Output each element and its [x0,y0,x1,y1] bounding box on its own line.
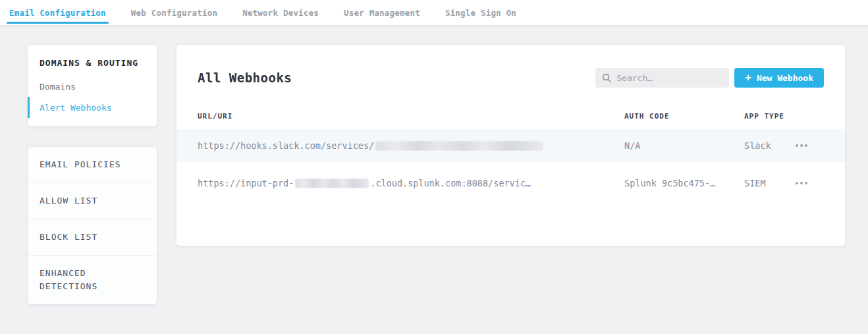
column-header-auth-code: AUTH CODE [624,112,744,121]
app-type-cell: Slack [744,140,794,151]
redacted-url-segment [375,141,543,151]
sidebar-item-allow-list[interactable]: ALLOW LIST [28,182,157,219]
table-row: https://hooks.slack.com/services/ N/A Sl… [176,129,845,162]
tab-network-devices[interactable]: Network Devices [240,0,321,25]
header-controls: + New Webhook [595,68,824,88]
sidebar-item-alert-webhooks[interactable]: Alert Webhooks [28,97,157,118]
sidebar-item-email-policies[interactable]: EMAIL POLICIES [28,147,157,182]
tab-web-configuration[interactable]: Web Configuration [128,0,220,25]
column-header-url: URL/URI [198,112,624,121]
auth-code-cell: Splunk 9c5bc475-… [624,178,744,188]
tab-email-configuration[interactable]: Email Configuration [7,0,109,25]
search-box[interactable] [595,68,729,88]
sidebar: DOMAINS & ROUTING Domains Alert Webhooks… [28,45,157,304]
sidebar-item-block-list[interactable]: BLOCK LIST [28,219,157,255]
domains-routing-card: DOMAINS & ROUTING Domains Alert Webhooks [28,45,157,126]
webhooks-panel: All Webhooks + New Webhook URL/URI AUTH … [176,45,845,246]
plus-icon: + [745,72,751,83]
sidebar-item-enhanced-detections[interactable]: ENHANCED DETECTIONS [28,255,157,304]
new-webhook-button-label: New Webhook [757,73,813,83]
app-type-cell: SIEM [744,178,794,188]
webhook-url-suffix: .cloud.splunk.com:8088/servic… [370,178,531,188]
page-title: All Webhooks [198,70,292,85]
redacted-url-segment [295,179,369,188]
row-menu-icon[interactable] [794,140,809,151]
panel-header: All Webhooks + New Webhook [198,68,824,88]
tab-user-management[interactable]: User Management [341,0,423,25]
search-input[interactable] [616,73,722,83]
webhook-url-prefix: https://hooks.slack.com/services/ [198,140,374,151]
table-row: https://input-prd- .cloud.splunk.com:808… [176,166,845,200]
row-menu-icon[interactable] [794,178,809,188]
sidebar-item-domains[interactable]: Domains [28,76,157,97]
new-webhook-button[interactable]: + New Webhook [734,68,824,88]
domains-routing-title: DOMAINS & ROUTING [40,58,145,68]
auth-code-cell: N/A [624,140,744,151]
sidebar-sections-card: EMAIL POLICIES ALLOW LIST BLOCK LIST ENH… [28,147,157,304]
table-header: URL/URI AUTH CODE APP TYPE [176,107,845,125]
tab-single-sign-on[interactable]: Single Sign On [443,0,519,25]
top-navigation: Email Configuration Web Configuration Ne… [0,0,868,26]
webhook-url-cell: https://input-prd- .cloud.splunk.com:808… [198,178,624,188]
search-icon [602,73,611,82]
table-body: https://hooks.slack.com/services/ N/A Sl… [176,129,845,200]
webhook-url-prefix: https://input-prd- [198,178,294,188]
webhook-url-cell: https://hooks.slack.com/services/ [198,140,624,151]
column-header-app-type: APP TYPE [744,112,794,121]
